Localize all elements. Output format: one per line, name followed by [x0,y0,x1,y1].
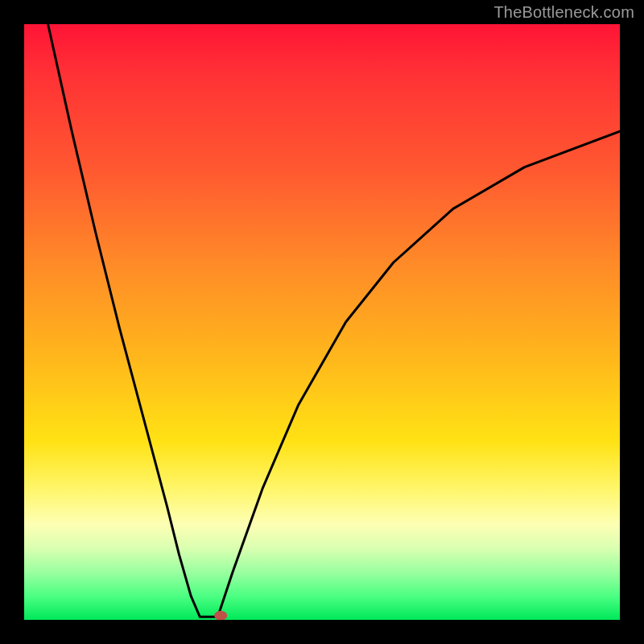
curve-layer [24,24,620,620]
chart-frame: TheBottleneck.com [0,0,644,644]
plot-area [24,24,620,620]
minimum-marker [214,611,227,620]
bottleneck-curve [48,24,620,617]
watermark-text: TheBottleneck.com [493,3,634,22]
